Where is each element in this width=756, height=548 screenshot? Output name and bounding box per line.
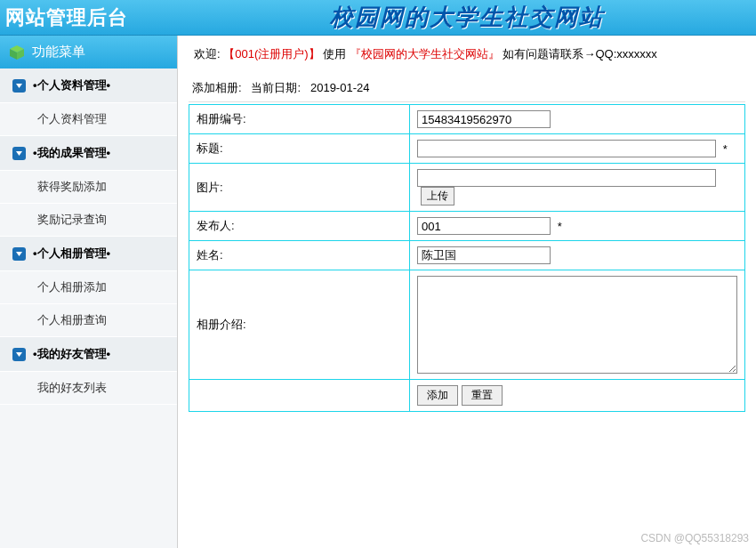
sidebar-item-profile-manage[interactable]: 个人资料管理	[0, 103, 177, 136]
required-mark: *	[723, 142, 728, 156]
welcome-mid: 使用	[323, 47, 346, 60]
header-main-title: 校园网的大学生社交网站	[178, 2, 756, 33]
sidebar-group-label: •个人资料管理•	[33, 77, 110, 93]
breadcrumb-date-label: 当前日期:	[251, 81, 301, 94]
sidebar-group-friends[interactable]: •我的好友管理•	[0, 337, 177, 372]
sidebar-group-achievements[interactable]: •我的成果管理•	[0, 136, 177, 171]
sidebar-group-label: •我的成果管理•	[33, 145, 110, 161]
sidebar-group-profile[interactable]: •个人资料管理•	[0, 68, 177, 103]
welcome-suffix: 如有问题请联系→QQ:xxxxxxx	[503, 47, 656, 60]
chevron-down-icon	[12, 247, 26, 261]
breadcrumb-date-value: 2019-01-24	[310, 81, 370, 94]
sidebar-item-album-query[interactable]: 个人相册查询	[0, 304, 177, 337]
welcome-user: 【001(注册用户)】	[223, 47, 319, 60]
publisher-label: 发布人:	[189, 212, 410, 241]
form-table: 相册编号: 标题: * 图片: 上传 发布人:	[189, 104, 745, 412]
svg-marker-3	[16, 84, 22, 88]
svg-marker-4	[16, 151, 22, 156]
title-label: 标题:	[189, 134, 410, 164]
svg-marker-5	[16, 252, 22, 256]
sidebar-group-album[interactable]: •个人相册管理•	[0, 237, 177, 271]
sidebar-item-friends-list[interactable]: 我的好友列表	[0, 372, 177, 405]
sidebar-title-text: 功能菜单	[32, 44, 85, 60]
reset-button[interactable]: 重置	[462, 385, 503, 406]
sidebar-group-label: •我的好友管理•	[33, 346, 110, 362]
sidebar-title: 功能菜单	[0, 36, 177, 68]
chevron-down-icon	[12, 348, 26, 361]
album-id-label: 相册编号:	[189, 105, 410, 134]
intro-textarea[interactable]	[417, 276, 737, 374]
image-label: 图片:	[189, 164, 410, 212]
sidebar-item-award-add[interactable]: 获得奖励添加	[0, 171, 177, 204]
welcome-site: 『校园网的大学生社交网站』	[350, 47, 500, 60]
breadcrumb-page: 添加相册:	[192, 81, 242, 94]
intro-label: 相册介绍:	[189, 270, 410, 380]
submit-button[interactable]: 添加	[417, 385, 458, 406]
breadcrumb: 添加相册: 当前日期: 2019-01-24	[189, 75, 745, 102]
required-mark: *	[558, 220, 562, 233]
header: 网站管理后台 校园网的大学生社交网站	[0, 0, 756, 36]
welcome-prefix: 欢迎:	[194, 47, 221, 60]
header-left-title: 网站管理后台	[0, 4, 178, 31]
chevron-down-icon	[12, 147, 26, 160]
album-id-input[interactable]	[417, 110, 551, 128]
watermark: CSDN @QQ55318293	[640, 532, 749, 544]
sidebar: 功能菜单 •个人资料管理• 个人资料管理 •我的成果管理• 获得奖励添加 奖励记…	[0, 36, 178, 548]
welcome-bar: 欢迎: 【001(注册用户)】 使用 『校园网的大学生社交网站』 如有问题请联系…	[189, 46, 745, 62]
name-label: 姓名:	[189, 241, 410, 270]
sidebar-item-award-query[interactable]: 奖励记录查询	[0, 204, 177, 237]
sidebar-group-label: •个人相册管理•	[33, 246, 110, 262]
main-content: 欢迎: 【001(注册用户)】 使用 『校园网的大学生社交网站』 如有问题请联系…	[178, 36, 756, 548]
sidebar-item-album-add[interactable]: 个人相册添加	[0, 271, 177, 304]
upload-button[interactable]: 上传	[421, 187, 454, 206]
publisher-input[interactable]	[417, 217, 551, 235]
actions-label-empty	[189, 380, 410, 412]
cube-icon	[9, 44, 25, 60]
svg-marker-6	[16, 352, 22, 357]
name-input[interactable]	[417, 246, 551, 264]
image-input[interactable]	[417, 169, 716, 187]
title-input[interactable]	[417, 140, 716, 157]
chevron-down-icon	[12, 79, 26, 93]
